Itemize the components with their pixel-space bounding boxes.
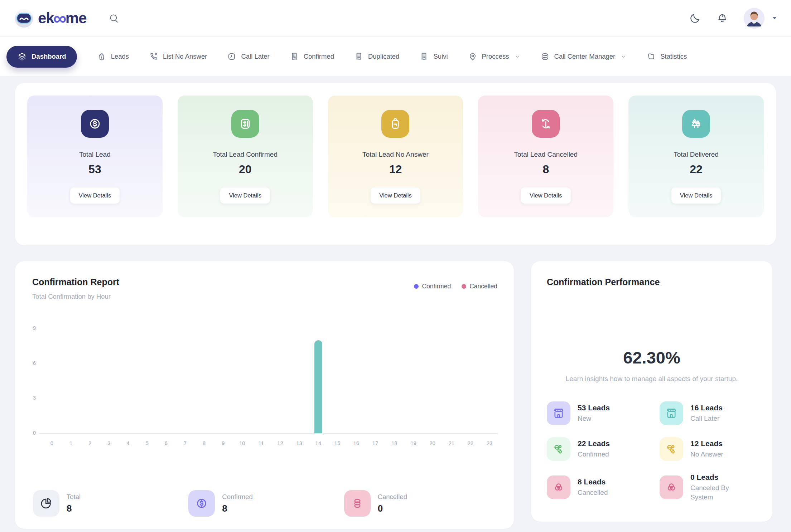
perf-value: 53 Leads <box>578 404 610 412</box>
stat-card-total-lead-cancelled: Total Lead Cancelled 8 View Details <box>478 96 613 217</box>
x-axis-tick-label: 10 <box>237 440 247 446</box>
stat-card-title: Total Delivered <box>674 151 719 158</box>
nav-item-dashboard[interactable]: Dashboard <box>6 46 77 68</box>
stat-card-value: 8 <box>542 163 549 176</box>
nav-item-call-later[interactable]: Call Later <box>227 52 269 61</box>
y-axis-tick-label: 9 <box>25 325 36 331</box>
basket-icon <box>97 52 106 61</box>
profile-menu-caret-icon[interactable] <box>772 15 777 21</box>
x-axis-tick-label: 6 <box>161 440 172 446</box>
receipt-icon <box>354 52 363 61</box>
nav-item-confirmed[interactable]: Confirmed <box>290 52 334 61</box>
nav-item-list-no-answer[interactable]: List No Answer <box>149 52 207 61</box>
legend-dot <box>462 284 466 289</box>
stat-card-value: 12 <box>389 163 402 176</box>
stats-overview-panel: Total Lead 53 View Details Total Lead Co… <box>15 83 776 245</box>
notifications-bell-icon[interactable] <box>717 13 728 24</box>
view-details-button[interactable]: View Details <box>671 187 721 204</box>
dark-mode-moon-icon[interactable] <box>689 13 701 24</box>
nav-item-duplicated[interactable]: Duplicated <box>354 52 399 61</box>
transfer-in-icon <box>231 110 259 138</box>
view-details-button[interactable]: View Details <box>70 187 120 204</box>
x-axis-tick-label: 17 <box>370 440 381 446</box>
x-axis-tick-label: 4 <box>123 440 134 446</box>
summary-cancelled: Cancelled 0 <box>344 490 500 517</box>
view-details-button[interactable]: View Details <box>371 187 420 204</box>
confirmation-report-panel: Confirmation Report Total Confirmation b… <box>15 261 514 529</box>
report-summary-row: Total 8 Confirmed 8 <box>33 490 500 517</box>
summary-total: Total 8 <box>33 490 188 517</box>
legend-label: Cancelled <box>469 283 497 290</box>
pie-chart-icon <box>33 490 59 517</box>
x-axis-tick-label: 11 <box>256 440 266 446</box>
stat-card-title: Total Lead Cancelled <box>514 151 578 158</box>
folder-icon <box>646 52 656 61</box>
clock-icon <box>227 52 236 61</box>
dollar-circle-icon <box>188 490 215 517</box>
view-details-button[interactable]: View Details <box>521 187 570 204</box>
brand-logo[interactable]: ek∞me <box>14 8 87 29</box>
x-axis-tick-label: 18 <box>389 440 400 446</box>
venn-circles-icon <box>660 475 683 499</box>
legend-item-cancelled[interactable]: Cancelled <box>462 283 497 290</box>
x-axis-tick-label: 2 <box>85 440 95 446</box>
summary-label: Confirmed <box>222 493 252 501</box>
perf-value: 22 Leads <box>578 439 610 448</box>
stat-card-total-lead-confirmed: Total Lead Confirmed 20 View Details <box>178 96 313 217</box>
stat-card-title: Total Lead <box>79 151 111 158</box>
perf-label: Confirmed <box>578 450 610 459</box>
nav-item-leads[interactable]: Leads <box>97 52 129 61</box>
performance-title: Confirmation Performance <box>547 277 660 287</box>
perf-item-cancelled: 8 Leads Cancelled <box>547 473 660 502</box>
view-details-button[interactable]: View Details <box>220 187 270 204</box>
user-avatar[interactable] <box>744 8 765 29</box>
receipt-icon <box>290 52 299 61</box>
venn-circles-icon <box>547 475 570 499</box>
summary-label: Total <box>67 493 81 501</box>
x-axis-tick-label: 1 <box>66 440 76 446</box>
map-pin-icon <box>468 52 477 61</box>
report-subtitle: Total Confirmation by Hour <box>32 293 111 301</box>
performance-percent: 62.30% <box>531 348 772 367</box>
x-axis-tick-label: 12 <box>275 440 286 446</box>
perf-item-no-answer: 12 Leads No Answer <box>660 437 762 461</box>
chevron-down-icon <box>621 54 626 59</box>
nav-label: List No Answer <box>163 53 207 60</box>
chart-baseline <box>39 433 498 434</box>
pills-icon <box>660 437 683 461</box>
nav-label: Statistics <box>660 53 687 60</box>
performance-subtitle: Learn insights how to manage all aspects… <box>531 375 772 383</box>
performance-grid: 53 Leads New 16 Leads Call Later <box>547 401 762 502</box>
perf-label: No Answer <box>690 450 723 459</box>
y-axis-tick-label: 6 <box>25 360 36 366</box>
receipt-icon <box>419 52 429 61</box>
perf-label: Call Later <box>690 414 723 423</box>
perf-value: 12 Leads <box>690 439 723 448</box>
nav-item-proccess[interactable]: Proccess <box>468 52 520 61</box>
x-axis-tick-label: 8 <box>199 440 209 446</box>
stat-card-title: Total Lead Confirmed <box>213 151 278 158</box>
stat-card-value: 22 <box>690 163 703 176</box>
dollar-circle-icon <box>81 110 109 138</box>
y-axis-tick-label: 3 <box>25 395 36 401</box>
search-icon[interactable] <box>109 13 119 23</box>
main-nav: Dashboard Leads List No Answer <box>0 37 791 76</box>
x-axis-tick-label: 16 <box>351 440 362 446</box>
x-axis-tick-label: 5 <box>142 440 153 446</box>
x-axis-tick-label: 9 <box>218 440 228 446</box>
stat-card-total-lead: Total Lead 53 View Details <box>27 96 163 217</box>
nav-item-statistics[interactable]: Statistics <box>646 52 687 61</box>
stat-card-total-lead-no-answer: Total Lead No Answer 12 View Details <box>328 96 463 217</box>
nav-item-call-center-manager[interactable]: Call Center Manager <box>540 52 627 61</box>
nav-item-suivi[interactable]: Suivi <box>419 52 448 61</box>
confirmation-performance-panel: Confirmation Performance 62.30% Learn in… <box>531 261 772 522</box>
summary-value: 0 <box>378 503 407 514</box>
phone-missed-icon <box>149 52 158 61</box>
x-axis-tick-label: 19 <box>408 440 419 446</box>
perf-item-canceled-by-system: 0 Leads Canceled By System <box>660 473 762 502</box>
perf-item-confirmed: 22 Leads Confirmed <box>547 437 660 461</box>
stat-card-value: 53 <box>88 163 101 176</box>
stat-card-value: 20 <box>239 163 252 176</box>
legend-item-confirmed[interactable]: Confirmed <box>414 283 451 290</box>
x-axis-tick-label: 23 <box>484 440 495 446</box>
